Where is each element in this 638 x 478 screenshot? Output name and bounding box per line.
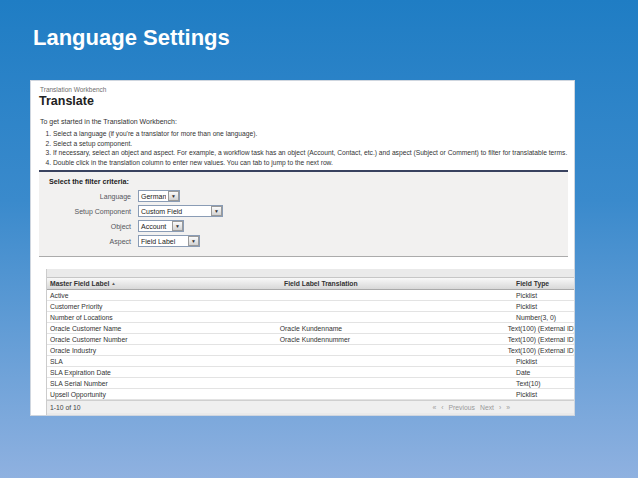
translation-cell[interactable]: Oracle Kundennummer	[280, 336, 508, 343]
table-row: SLAPicklist	[47, 356, 575, 367]
master-field-label-cell: SLA Expiration Date	[47, 369, 284, 376]
master-field-label-cell: SLA	[47, 358, 284, 365]
table-row: Oracle Customer NameOracle KundennameTex…	[47, 323, 575, 334]
instruction-list: Select a language (if you're a translato…	[40, 130, 567, 168]
table-row: Oracle IndustryText(100) (External ID)	[47, 345, 575, 356]
instruction-step: If necessary, select an object and aspec…	[53, 149, 567, 156]
instruction-step: Select a language (if you're a translato…	[53, 130, 567, 137]
previous-link[interactable]: Previous	[449, 404, 475, 411]
intro-text: To get started in the Translation Workbe…	[40, 118, 177, 125]
master-field-label-cell: Active	[47, 292, 284, 299]
record-range: 1-10 of 10	[47, 404, 81, 411]
table-row: Number of LocationsNumber(3, 0)	[47, 312, 575, 323]
field-type-cell: Text(100) (External ID)	[508, 325, 575, 332]
field-type-cell: Picklist	[516, 391, 575, 398]
language-label: Language	[49, 193, 131, 200]
language-select[interactable]: German ▼	[138, 190, 180, 202]
master-field-label-cell: Customer Priority	[47, 303, 284, 310]
field-type-cell: Picklist	[516, 358, 575, 365]
master-field-label-cell: Upsell Opportunity	[47, 391, 284, 398]
last-page-icon[interactable]: »	[506, 404, 510, 411]
slide-title: Language Settings	[33, 25, 230, 51]
master-field-label-cell: Oracle Customer Name	[47, 325, 280, 332]
filter-row-aspect: Aspect Field Label ▼	[49, 235, 568, 247]
table-row: Customer PriorityPicklist	[47, 301, 575, 312]
previous-page-icon[interactable]: ‹	[441, 404, 443, 411]
field-type-cell: Picklist	[516, 292, 575, 299]
chevron-down-icon[interactable]: ▼	[172, 221, 183, 231]
aspect-label: Aspect	[49, 238, 131, 245]
field-type-cell: Text(10)	[516, 380, 575, 387]
field-type-cell: Picklist	[516, 303, 575, 310]
field-type-cell: Text(100) (External ID)	[508, 336, 575, 343]
table-row: SLA Expiration DateDate	[47, 367, 575, 378]
object-label: Object	[49, 223, 131, 230]
pagination: « ‹ Previous Next › »	[432, 404, 575, 411]
field-type-cell: Number(3, 0)	[516, 314, 575, 321]
aspect-select-value: Field Label	[139, 238, 186, 245]
table-row: ActivePicklist	[47, 290, 575, 301]
field-type-cell: Date	[516, 369, 575, 376]
filter-row-language: Language German ▼	[49, 190, 568, 202]
column-header-field-label-translation[interactable]: Field Label Translation	[284, 280, 516, 287]
setup-component-label: Setup Component	[49, 208, 131, 215]
table-row: SLA Serial NumberText(10)	[47, 378, 575, 389]
object-select-value: Account	[139, 223, 170, 230]
sort-ascending-icon: ▲	[111, 281, 115, 286]
table-body: ActivePicklistCustomer PriorityPicklistN…	[47, 290, 575, 400]
master-field-label-cell: Oracle Customer Number	[47, 336, 280, 343]
filter-row-object: Object Account ▼	[49, 220, 568, 232]
setup-component-select-value: Custom Field	[139, 208, 209, 215]
column-header-field-type[interactable]: Field Type	[516, 280, 575, 287]
table-header-row: Master Field Label▲ Field Label Translat…	[47, 277, 575, 290]
filter-criteria-section: Select the filter criteria: Language Ger…	[39, 172, 568, 257]
first-page-icon[interactable]: «	[432, 404, 436, 411]
filter-row-setup-component: Setup Component Custom Field ▼	[49, 205, 568, 217]
translation-workbench-window: Translation Workbench Translate To get s…	[30, 80, 575, 416]
table-row: Upsell OpportunityPicklist	[47, 389, 575, 400]
master-field-label-cell: Number of Locations	[47, 314, 284, 321]
setup-component-select[interactable]: Custom Field ▼	[138, 205, 223, 217]
page-title: Translate	[39, 94, 94, 108]
language-select-value: German	[139, 193, 166, 200]
column-header-label: Master Field Label	[50, 280, 109, 287]
object-select[interactable]: Account ▼	[138, 220, 184, 232]
breadcrumb: Translation Workbench	[40, 86, 106, 93]
column-header-master-field-label[interactable]: Master Field Label▲	[47, 280, 284, 287]
field-type-cell: Text(100) (External ID)	[508, 347, 575, 354]
aspect-select[interactable]: Field Label ▼	[138, 235, 200, 247]
table-footer: 1-10 of 10 « ‹ Previous Next › »	[47, 400, 575, 413]
master-field-label-cell: Oracle Industry	[47, 347, 280, 354]
chevron-down-icon[interactable]: ▼	[188, 236, 199, 246]
instruction-step: Select a setup component.	[53, 140, 567, 147]
filter-legend: Select the filter criteria:	[49, 177, 568, 186]
master-field-label-cell: SLA Serial Number	[47, 380, 284, 387]
next-page-icon[interactable]: ›	[499, 404, 501, 411]
translation-table: Master Field Label▲ Field Label Translat…	[46, 269, 575, 415]
chevron-down-icon[interactable]: ▼	[211, 206, 222, 216]
table-row: Oracle Customer NumberOracle Kundennumme…	[47, 334, 575, 345]
chevron-down-icon[interactable]: ▼	[168, 191, 179, 201]
instruction-step: Double click in the translation column t…	[53, 159, 567, 166]
translation-cell[interactable]: Oracle Kundenname	[280, 325, 508, 332]
next-link[interactable]: Next	[480, 404, 494, 411]
